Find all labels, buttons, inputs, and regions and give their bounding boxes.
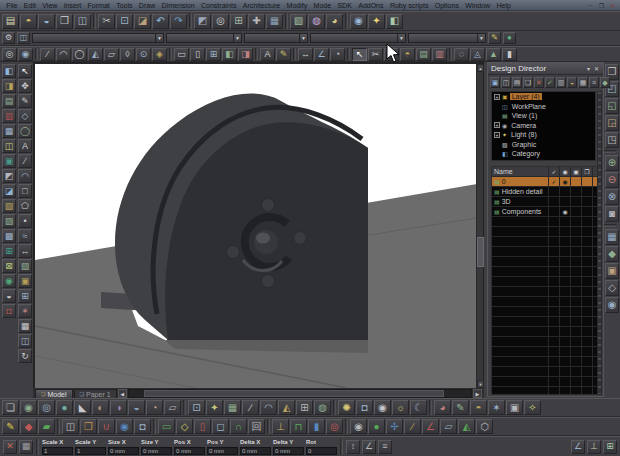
shell-icon[interactable]: ◙ xyxy=(605,206,619,222)
lock-column-icon[interactable]: ▣ xyxy=(571,167,582,176)
property-combo[interactable]: ▼ xyxy=(166,33,242,43)
menu-item[interactable]: Format xyxy=(84,1,113,10)
light-icon[interactable]: ✦ xyxy=(368,14,385,29)
pen-tool-icon[interactable]: ✎ xyxy=(18,94,32,108)
eye2-icon[interactable]: ◉ xyxy=(374,400,391,415)
tree-item-workplane[interactable]: + ◫ WorkPlane xyxy=(492,102,595,112)
menu-item[interactable]: Window xyxy=(462,1,493,10)
chevron-down-icon[interactable]: ▼ xyxy=(155,34,163,42)
print-column-icon[interactable]: ❐ xyxy=(582,167,593,176)
grid-icon[interactable]: ▦ xyxy=(266,14,283,29)
open-folder-icon[interactable]: ◓ xyxy=(20,14,37,29)
explode-tool-icon[interactable]: ✶ xyxy=(18,304,32,318)
angle-dim-icon[interactable]: ∠ xyxy=(314,48,329,61)
restore-button[interactable]: ❐ xyxy=(597,1,606,9)
dd-props-icon[interactable]: ◫ xyxy=(501,77,511,88)
menu-item[interactable]: View xyxy=(39,1,60,10)
yellow-gem-icon[interactable]: ◇ xyxy=(176,419,193,434)
dark-box-icon[interactable]: ◘ xyxy=(134,419,151,434)
star-icon[interactable]: ✦ xyxy=(206,400,223,415)
white-box-icon[interactable]: ◻ xyxy=(212,419,229,434)
dd-gem-icon[interactable]: ◆ xyxy=(600,77,610,88)
wand-icon[interactable]: ✧ xyxy=(524,400,541,415)
save-icon[interactable]: ◒ xyxy=(38,14,55,29)
text-icon[interactable]: A xyxy=(260,48,275,61)
snap-tan-icon[interactable]: ◪ xyxy=(2,184,16,198)
close-icon[interactable]: ✕ xyxy=(593,65,600,72)
select-arrow-icon[interactable]: ↖ xyxy=(352,48,367,61)
sphere-icon[interactable]: ● xyxy=(503,32,516,44)
dd-new-icon[interactable]: ▣ xyxy=(490,77,500,88)
render-icon[interactable]: ◕ xyxy=(326,14,343,29)
pyramid-icon[interactable]: ◬ xyxy=(470,48,485,61)
menu-item[interactable]: Constraints xyxy=(198,1,240,10)
scroll-up-icon[interactable]: ▲ xyxy=(477,64,484,72)
paste-icon[interactable]: ◪ xyxy=(134,14,151,29)
expander-icon[interactable]: + xyxy=(494,132,500,138)
minimize-button[interactable]: – xyxy=(586,1,595,9)
property-combo[interactable]: ▼ xyxy=(408,33,486,43)
sun-icon[interactable]: ☼ xyxy=(392,400,409,415)
mesh-icon[interactable]: ▦ xyxy=(224,400,241,415)
pen-icon[interactable]: ✎ xyxy=(488,32,501,44)
status-field-input[interactable]: 0 xyxy=(306,447,337,455)
layers-icon[interactable]: ▧ xyxy=(290,14,307,29)
cap-icon[interactable]: ∩ xyxy=(230,419,247,434)
snap-para-icon[interactable]: ▨ xyxy=(2,214,16,228)
menu-item[interactable]: Ruby scripts xyxy=(387,1,432,10)
cone-icon[interactable]: ▲ xyxy=(486,48,501,61)
select-status-icon[interactable]: ✕ xyxy=(3,440,17,454)
circle-icon[interactable]: ◯ xyxy=(72,48,87,61)
image-tool-icon[interactable]: ▣ xyxy=(18,274,32,288)
layer-row-0[interactable]: ▤0 ✓ ◉ xyxy=(492,177,597,187)
menu-item[interactable]: AddOns xyxy=(355,1,387,10)
workplane-icon[interactable]: ◫ xyxy=(17,32,30,44)
design-director-titlebar[interactable]: Design Director ▾ ✕ xyxy=(488,63,603,75)
status-field-input[interactable]: 1 xyxy=(75,447,106,455)
vertical-scrollbar[interactable]: ▲ ▼ xyxy=(476,64,483,388)
rect-tool-icon[interactable]: □ xyxy=(18,184,32,198)
snap-track-icon[interactable]: ◒ xyxy=(2,289,16,303)
circle-tool-icon[interactable]: ◯ xyxy=(18,124,32,138)
sphere1-icon[interactable]: ◉ xyxy=(20,400,37,415)
triangle-icon[interactable]: ◭ xyxy=(88,48,103,61)
camera-icon[interactable]: ◉ xyxy=(350,14,367,29)
plate-icon[interactable]: ▱ xyxy=(440,419,457,434)
dd-delete-icon[interactable]: ✕ xyxy=(534,77,544,88)
rect-icon[interactable]: ▭ xyxy=(174,48,189,61)
calc-icon[interactable]: ≡ xyxy=(378,440,392,454)
status-field-input[interactable]: 0 mm xyxy=(141,447,172,455)
dd-lines-icon[interactable]: ≡ xyxy=(589,77,599,88)
spray-icon[interactable]: ✶ xyxy=(488,400,505,415)
torus-icon[interactable]: ◎ xyxy=(38,400,55,415)
facet-icon[interactable]: ▦ xyxy=(605,229,619,245)
wedge-icon[interactable]: ◣ xyxy=(74,400,91,415)
line-tool-icon[interactable]: ∕ xyxy=(18,154,32,168)
bolt-icon[interactable]: ⊥ xyxy=(272,419,289,434)
dot-circle-icon[interactable]: ◌ xyxy=(454,48,469,61)
redo-icon[interactable]: ↷ xyxy=(170,14,187,29)
crate-icon[interactable]: ❒ xyxy=(80,419,97,434)
preview-icon[interactable]: ◫ xyxy=(74,14,91,29)
tree-item-camera[interactable]: + ◉ Camera xyxy=(492,121,595,131)
cyl-icon[interactable]: ▮ xyxy=(502,48,517,61)
tree-item-graphic[interactable]: + ▧ Graphic xyxy=(492,140,595,150)
property-combo[interactable]: ▼ xyxy=(310,33,406,43)
horizontal-scrollbar[interactable] xyxy=(128,389,472,398)
line-icon[interactable]: ∕ xyxy=(40,48,55,61)
chevron-down-icon[interactable]: ▼ xyxy=(233,34,241,42)
grid2-icon[interactable]: ⊞ xyxy=(296,400,313,415)
pin-obj-icon[interactable]: ◍ xyxy=(314,400,331,415)
half3-icon[interactable]: ◒ xyxy=(128,400,145,415)
blue-ball-icon[interactable]: ◉ xyxy=(116,419,133,434)
lamp-icon[interactable]: ✺ xyxy=(338,400,355,415)
pencil2-icon[interactable]: ✎ xyxy=(2,419,19,434)
hatch-tool-icon[interactable]: ▨ xyxy=(18,259,32,273)
new-file-icon[interactable]: ▤ xyxy=(2,14,19,29)
menu-item[interactable]: Draw xyxy=(136,1,159,10)
menu-item[interactable]: SDK xyxy=(334,1,355,10)
snap-quad-icon[interactable]: ▥ xyxy=(2,109,16,123)
fan-icon[interactable]: ✢ xyxy=(386,419,403,434)
array-tool-icon[interactable]: ▦ xyxy=(18,319,32,333)
chamfer-icon[interactable]: ◇ xyxy=(605,280,619,296)
